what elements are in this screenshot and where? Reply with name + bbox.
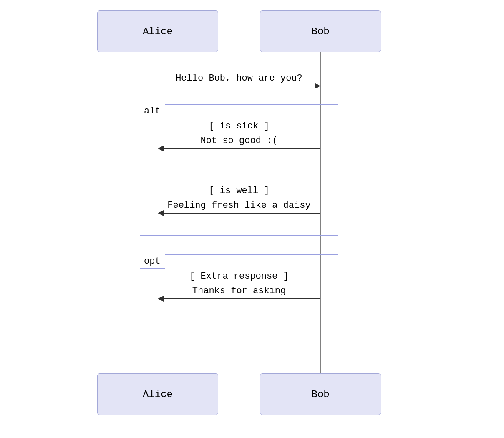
actor-bob-top: Bob xyxy=(260,10,381,52)
message-hello: Hello Bob, how are you? xyxy=(158,73,320,83)
actor-alice-top: Alice xyxy=(97,10,218,52)
actor-label: Bob xyxy=(311,26,329,37)
fragment-opt-label: opt xyxy=(140,254,165,269)
actor-label: Bob xyxy=(311,389,329,400)
message-feeling-fresh: Feeling fresh like a daisy xyxy=(145,200,333,211)
arrow-head-feeling-fresh xyxy=(158,210,164,216)
actor-label: Alice xyxy=(143,26,173,37)
arrow-head-not-so-good xyxy=(158,146,164,151)
guard-extra-response: [ Extra response ] xyxy=(158,271,320,282)
actor-alice-bottom: Alice xyxy=(97,373,218,415)
arrow-feeling-fresh xyxy=(164,213,320,214)
message-not-so-good: Not so good :( xyxy=(158,136,320,146)
guard-is-sick: [ is sick ] xyxy=(158,121,320,131)
actor-bob-bottom: Bob xyxy=(260,373,381,415)
arrow-hello xyxy=(158,86,315,86)
arrow-head-thanks xyxy=(158,296,164,302)
arrow-not-so-good xyxy=(164,148,320,149)
actor-label: Alice xyxy=(143,389,173,400)
arrow-head-hello xyxy=(315,83,320,89)
fragment-alt-divider xyxy=(140,171,338,171)
guard-is-well: [ is well ] xyxy=(158,186,320,196)
message-thanks: Thanks for asking xyxy=(158,286,320,296)
fragment-alt-label: alt xyxy=(140,104,165,118)
arrow-thanks xyxy=(164,298,320,299)
